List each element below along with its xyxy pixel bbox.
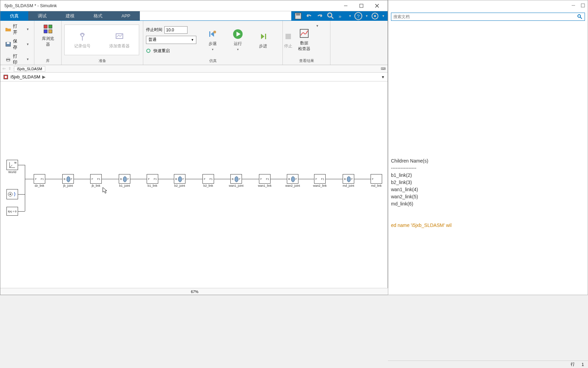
data-inspector-button[interactable]: 数据 检查器 — [294, 27, 314, 53]
model-icon — [3, 74, 9, 80]
matlab-status-bar: 行 1 — [388, 361, 588, 368]
block-world[interactable]: W World — [6, 160, 18, 170]
step-back-button[interactable]: 步退 ▼ — [203, 27, 222, 52]
window-title: 5jxb_SLDASM * - Simulink — [3, 3, 338, 8]
restart-icon — [146, 48, 151, 53]
nav-up-icon[interactable]: ⇧ — [8, 66, 11, 71]
save-icon[interactable] — [294, 12, 302, 20]
svg-rect-21 — [49, 30, 52, 33]
wire — [18, 211, 25, 212]
block-dz-link[interactable]: F F1 dz_link — [34, 174, 45, 184]
svg-point-22 — [81, 34, 84, 36]
tab-format[interactable]: 格式 — [84, 11, 112, 20]
wire — [18, 165, 25, 165]
simulink-window: 5jxb_SLDASM * - Simulink 仿真 调试 建模 格式 APP… — [0, 0, 388, 295]
command-output: Children Name(s) ---------------- b1_lin… — [388, 21, 588, 295]
block-b2-joint[interactable]: B F b2_joint — [174, 174, 185, 184]
maximize-button[interactable] — [354, 1, 369, 11]
svg-point-39 — [10, 194, 11, 195]
wire — [214, 179, 230, 179]
undo-icon[interactable] — [305, 12, 313, 20]
wire — [25, 165, 25, 211]
svg-rect-14 — [7, 42, 10, 44]
breadcrumb-model[interactable]: i5jxb_SLDASM — [11, 74, 40, 79]
close-button[interactable] — [369, 1, 385, 11]
section-simulate-label: 仿真 — [146, 58, 280, 64]
block-jb-joint[interactable]: B F jb_joint — [62, 174, 74, 184]
tab-modeling[interactable]: 建模 — [56, 11, 84, 20]
help-icon[interactable]: ? — [354, 12, 362, 20]
search-input[interactable] — [393, 14, 577, 19]
wire — [271, 179, 287, 179]
block-jb-link[interactable]: F F1 jb_link — [90, 174, 102, 184]
add-viewer-button[interactable]: 添加查看器 — [105, 30, 134, 50]
chevron-down-icon: ▼ — [26, 28, 29, 31]
wire — [158, 179, 174, 179]
wire — [25, 179, 34, 179]
run-button[interactable]: 运行 ▼ — [228, 27, 247, 52]
section-library-label: 库 — [37, 58, 59, 64]
toolstrip: 打开 ▼ 保存 ▼ 打印 ▼ 文件 库浏览器 — [0, 21, 388, 65]
joint-icon — [66, 176, 71, 183]
chevron-down-icon[interactable]: ▼ — [316, 24, 319, 28]
block-config[interactable] — [6, 189, 18, 199]
world-frame-icon: W — [7, 161, 17, 169]
svg-rect-29 — [265, 34, 266, 39]
tab-app[interactable]: APP — [112, 11, 140, 20]
svg-text:W: W — [14, 162, 17, 164]
joint-icon — [234, 176, 239, 183]
signal-icon — [77, 31, 88, 42]
wire — [326, 179, 343, 179]
nav-path[interactable]: i5jxb_SLDASM — [14, 66, 45, 72]
svg-line-7 — [331, 16, 333, 18]
block-b1-joint[interactable]: B F b1_joint — [119, 174, 130, 184]
step-forward-button[interactable]: 步进 — [254, 30, 273, 50]
zoom-level: 67% — [191, 290, 198, 294]
minimize-button[interactable] — [338, 1, 354, 11]
block-md-link[interactable]: F md_link — [371, 174, 382, 184]
fast-restart-button[interactable]: 快速重启 — [146, 46, 196, 54]
search-icon[interactable] — [577, 14, 583, 19]
search-icon[interactable] — [327, 12, 335, 20]
block-b1-link[interactable]: F F1 b1_link — [147, 174, 158, 184]
svg-point-6 — [328, 13, 332, 17]
block-wan2-joint[interactable]: B F wan2_joint — [287, 174, 298, 184]
printer-icon — [5, 57, 11, 62]
wire — [354, 179, 371, 179]
block-b2-link[interactable]: F F1 b2_link — [202, 174, 214, 184]
log-signal-button[interactable]: 记录信号 — [70, 30, 95, 50]
svg-point-45 — [347, 177, 350, 182]
print-button[interactable]: 打印 ▼ — [3, 52, 31, 66]
canvas[interactable]: W World f(x) = 0 F F1 dz_link B F jb_joi… — [0, 81, 388, 291]
block-md-joint[interactable]: B F md_joint — [343, 174, 354, 184]
wave-icon — [14, 191, 18, 198]
block-wan2-link[interactable]: F F1 wan2_link — [314, 174, 326, 184]
breadcrumb-dropdown[interactable]: ▼ — [381, 75, 385, 79]
block-wan1-link[interactable]: F F1 wan1_link — [259, 174, 271, 184]
line-number: 1 — [582, 362, 584, 367]
maximize-button[interactable] — [581, 3, 585, 9]
block-solver[interactable]: f(x) = 0 — [6, 207, 18, 216]
step-forward-icon — [258, 31, 268, 42]
stop-time-input[interactable] — [164, 26, 187, 34]
keyboard-icon[interactable]: ⌨ — [381, 67, 386, 71]
open-button[interactable]: 打开 ▼ — [3, 22, 31, 36]
save-button[interactable]: 保存 ▼ — [3, 37, 31, 51]
sim-mode-select[interactable]: 普通 ▼ — [146, 36, 196, 44]
main-status-bar: 67% — [0, 288, 388, 295]
viewer-icon — [114, 31, 125, 42]
minimize-button[interactable] — [571, 3, 575, 9]
tab-debug[interactable]: 调试 — [28, 11, 56, 20]
wire — [74, 179, 90, 179]
nav-back-icon[interactable]: ⇦ — [2, 66, 5, 71]
expand-icon[interactable]: » — [338, 12, 346, 20]
block-wan1-joint[interactable]: B F wan1_joint — [230, 174, 242, 184]
tab-simulation[interactable]: 仿真 — [0, 11, 28, 20]
redo-icon[interactable] — [316, 12, 324, 20]
wire — [298, 179, 314, 179]
target-icon[interactable] — [371, 12, 379, 20]
svg-rect-16 — [7, 58, 10, 59]
nav-bar: ⇦ ⇧ i5jxb_SLDASM ⌨ — [0, 65, 388, 73]
svg-point-44 — [291, 177, 295, 182]
library-browser-button[interactable]: 库浏览器 — [37, 22, 59, 49]
